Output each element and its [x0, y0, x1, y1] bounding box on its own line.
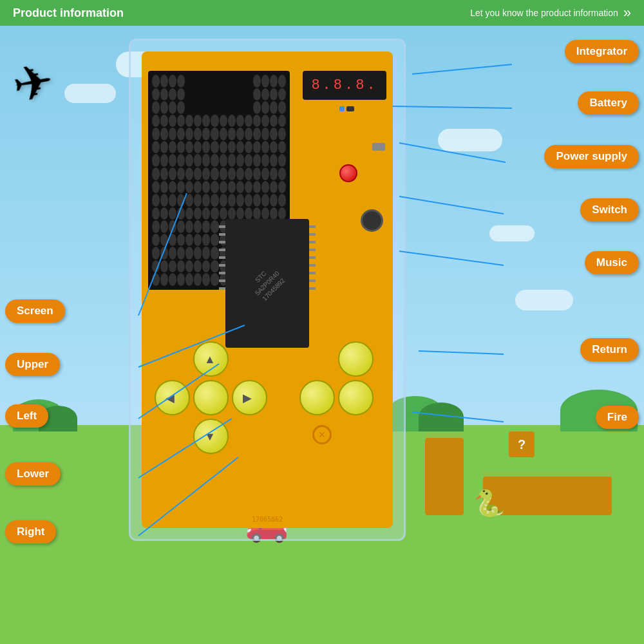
led-dot: [152, 181, 160, 194]
led-dot: [270, 154, 278, 167]
btn-action-1[interactable]: [338, 341, 374, 377]
led-dot: [236, 141, 244, 154]
led-dot: [169, 207, 176, 220]
led-dot: [228, 115, 236, 128]
platform-mid: [425, 438, 464, 515]
led-dot: [253, 207, 261, 220]
led-dot: [169, 260, 176, 273]
led-dot: [253, 115, 261, 128]
led-dot: [152, 260, 160, 273]
cloud-2: [64, 84, 116, 103]
led-dot: [152, 273, 160, 286]
btn-down[interactable]: [193, 380, 229, 415]
led-dot: [160, 194, 168, 207]
led-dot: [152, 234, 160, 247]
led-dot: [220, 128, 227, 140]
led-dot: [160, 234, 168, 247]
led-dot: [194, 234, 202, 247]
led-dot: [261, 194, 269, 207]
led-dot: [185, 273, 193, 286]
led-dot: [177, 101, 185, 114]
led-dot: [253, 141, 261, 154]
led-dot: [160, 207, 168, 220]
led-dot: [152, 141, 160, 154]
led-dot: [220, 88, 227, 101]
led-dot: [211, 88, 218, 101]
led-dot: [253, 181, 261, 194]
led-dot: [169, 247, 176, 260]
led-dot: [261, 115, 269, 128]
led-dot: [194, 101, 202, 114]
label-screen: Screen: [5, 299, 65, 323]
led-dot: [236, 194, 244, 207]
led-dot: [185, 207, 193, 220]
led-dot: [202, 194, 210, 207]
led-dot: [211, 273, 218, 286]
btn-action-3[interactable]: [338, 380, 374, 415]
led-dot: [278, 128, 286, 140]
led-dot: [160, 88, 168, 101]
led-dot: [236, 115, 244, 128]
led-dot: [202, 260, 210, 273]
led-dot: [177, 181, 185, 194]
led-dot: [253, 154, 261, 167]
led-dot: [152, 101, 160, 114]
ic-label: STC5A2P0R4017045892: [247, 263, 288, 304]
led-dot: [270, 88, 278, 101]
ic-pins-right: [309, 225, 316, 290]
led-dot: [261, 88, 269, 101]
led-dot: [202, 234, 210, 247]
led-dot: [185, 167, 193, 180]
led-dot: [152, 154, 160, 167]
label-switch: Switch: [580, 198, 639, 222]
led-dot: [194, 260, 202, 273]
led-dot: [211, 207, 218, 220]
led-dot: [228, 167, 236, 180]
led-dot: [278, 194, 286, 207]
led-dot: [194, 141, 202, 154]
red-button[interactable]: [339, 164, 357, 182]
label-right: Right: [5, 520, 56, 544]
led-dot: [236, 167, 244, 180]
pcb-board: 8.8.8. STC5A2P0R4017045892: [142, 52, 393, 528]
led-dot: [194, 115, 202, 128]
led-dot: [236, 128, 244, 140]
led-dot: [185, 101, 193, 114]
led-dot: [211, 141, 218, 154]
led-dot: [220, 154, 227, 167]
led-dot: [270, 128, 278, 140]
led-dot: [177, 75, 185, 88]
led-dot: [211, 220, 218, 233]
question-block: ?: [509, 431, 535, 457]
led-dot: [177, 167, 185, 180]
led-dot: [211, 247, 218, 260]
label-upper: Upper: [5, 353, 60, 376]
led-dot: [245, 88, 252, 101]
led-dot: [185, 115, 193, 128]
platform-mid-top: [425, 433, 464, 438]
led-dot: [202, 101, 210, 114]
led-dot: [169, 101, 176, 114]
led-dot: [228, 181, 236, 194]
component-2: [339, 106, 345, 111]
led-dot: [228, 154, 236, 167]
led-dot: [177, 207, 185, 220]
led-dot: [169, 88, 176, 101]
led-dot: [211, 154, 218, 167]
led-dot: [261, 128, 269, 140]
led-dot: [177, 220, 185, 233]
led-dot: [211, 194, 218, 207]
led-dot: [253, 167, 261, 180]
led-dot: [194, 207, 202, 220]
led-dot: [152, 247, 160, 260]
label-music: Music: [585, 251, 639, 274]
btn-action-2[interactable]: [299, 380, 335, 415]
led-dot: [253, 128, 261, 140]
led-dot: [160, 128, 168, 140]
led-dot: [245, 141, 252, 154]
led-dot: [194, 75, 202, 88]
led-dot: [185, 260, 193, 273]
led-dot: [202, 207, 210, 220]
ic-chip: STC5A2P0R4017045892: [225, 219, 309, 348]
led-dot: [169, 194, 176, 207]
